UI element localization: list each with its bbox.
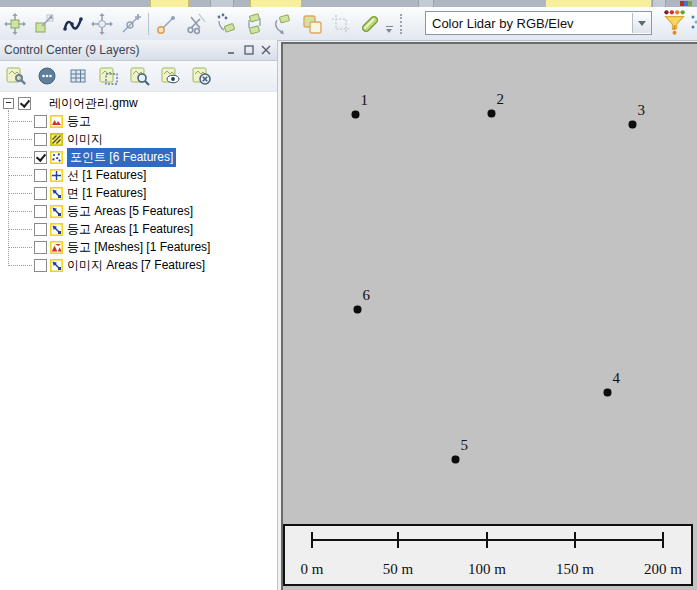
measure-pen-icon — [358, 12, 382, 36]
layer-row[interactable]: 등고 Areas [1 Features] — [0, 220, 277, 238]
lidar-filter-button[interactable] — [660, 8, 688, 36]
layer-row[interactable]: 선 [1 Features] — [0, 166, 277, 184]
layer-label[interactable]: 선 [1 Features] — [67, 167, 146, 184]
upper-dropdown-button[interactable] — [652, 0, 666, 7]
layer-checkbox[interactable] — [34, 151, 47, 164]
tree-connector — [8, 211, 32, 212]
rotate-area-tool-button[interactable] — [268, 10, 297, 38]
upper-dropdown-button[interactable] — [210, 0, 234, 7]
move-tool-button[interactable] — [0, 10, 29, 38]
layer-checkbox[interactable] — [34, 241, 47, 254]
layer-toolbar — [0, 61, 277, 92]
point-label: 3 — [638, 102, 646, 119]
upper-toolbar-strip — [0, 0, 697, 7]
layer-label[interactable]: 등고 Areas [1 Features] — [67, 221, 193, 238]
layer-row[interactable]: 등고 [Meshes] [1 Features] — [0, 238, 277, 256]
layer-row-root[interactable]: 레이어관리.gmw — [0, 94, 277, 112]
map-point-1[interactable]: 1 — [352, 111, 359, 118]
add-vertex-tool-button[interactable] — [116, 10, 145, 38]
upper-toolbar-icons-fragment — [680, 1, 692, 6]
layer-row-selected[interactable]: 포인트 [6 Features] — [0, 148, 277, 166]
map-point-4[interactable]: 4 — [604, 389, 611, 396]
tree-connector — [8, 193, 32, 194]
close-layer-button[interactable] — [190, 64, 214, 88]
measure-tool-button[interactable] — [355, 10, 384, 38]
close-button[interactable] — [258, 43, 273, 57]
layer-row[interactable]: 등고 Areas [5 Features] — [0, 202, 277, 220]
layer-checkbox[interactable] — [34, 259, 47, 272]
layer-row[interactable]: 이미지 — [0, 130, 277, 148]
upper-field-fragment[interactable] — [150, 0, 189, 7]
crop-tool-button[interactable] — [326, 10, 355, 38]
control-center-panel: Control Center (9 Layers) — [0, 40, 278, 590]
upper-field-fragment[interactable] — [250, 0, 302, 7]
edit-shape-tool-button[interactable] — [58, 10, 87, 38]
combobox-dropdown-arrow[interactable] — [632, 13, 651, 33]
link-areas-tool-button[interactable] — [239, 10, 268, 38]
maximize-button[interactable] — [241, 43, 256, 57]
point-marker-icon — [352, 111, 359, 118]
move-feature-tool-button[interactable] — [87, 10, 116, 38]
toolbar-overflow-chevron[interactable] — [384, 10, 396, 38]
layer-visibility-button[interactable] — [159, 64, 183, 88]
create-points-tool-button[interactable] — [210, 10, 239, 38]
layer-checkbox[interactable] — [34, 223, 47, 236]
zoom-to-layer-button[interactable] — [128, 64, 152, 88]
root-layer-checkbox[interactable] — [18, 97, 31, 110]
upper-dropdown-button[interactable] — [418, 0, 434, 7]
move-feature-icon — [90, 12, 114, 36]
minimize-button[interactable] — [224, 43, 239, 57]
layer-label[interactable]: 이미지 Areas [7 Features] — [67, 257, 205, 274]
layer-label[interactable]: 등고 Areas [5 Features] — [67, 203, 193, 220]
area-layer-icon — [50, 259, 63, 272]
layer-checkbox[interactable] — [34, 133, 47, 146]
line-layer-icon — [50, 169, 63, 182]
metadata-icon — [36, 65, 58, 87]
point-label: 5 — [461, 437, 469, 454]
layer-label[interactable]: 이미지 — [67, 131, 103, 148]
area-layer-icon — [50, 223, 63, 236]
layer-label[interactable]: 면 [1 Features] — [67, 185, 146, 202]
scale-label: 50 m — [383, 561, 413, 578]
select-layer-button[interactable] — [97, 64, 121, 88]
edit-vertex-tool-button[interactable] — [152, 10, 181, 38]
lidar-draw-mode-combobox[interactable]: Color Lidar by RGB/Elev — [425, 11, 652, 35]
layer-checkbox[interactable] — [34, 169, 47, 182]
layer-label[interactable]: 포인트 [6 Features] — [67, 148, 176, 167]
layer-row[interactable]: 면 [1 Features] — [0, 184, 277, 202]
point-marker-icon — [452, 456, 459, 463]
tree-connector — [8, 121, 32, 122]
upper-field-fragment[interactable] — [545, 0, 652, 7]
copy-areas-tool-button[interactable] — [297, 10, 326, 38]
panel-titlebar[interactable]: Control Center (9 Layers) — [0, 40, 277, 61]
layer-checkbox[interactable] — [34, 187, 47, 200]
move-icon — [3, 12, 27, 36]
scale-tool-button[interactable] — [29, 10, 58, 38]
layer-checkbox[interactable] — [34, 115, 47, 128]
split-feature-tool-button[interactable] — [181, 10, 210, 38]
map-point-5[interactable]: 5 — [452, 456, 459, 463]
layer-label[interactable]: 등고 [Meshes] [1 Features] — [67, 239, 210, 256]
layer-label[interactable]: 등고 — [67, 113, 91, 130]
layer-options-button[interactable] — [4, 64, 28, 88]
metadata-button[interactable] — [35, 64, 59, 88]
map-point-3[interactable]: 3 — [629, 121, 636, 128]
copy-areas-icon — [300, 12, 324, 36]
area-layer-icon — [50, 205, 63, 218]
scale-tick — [662, 532, 664, 548]
layer-checkbox[interactable] — [34, 205, 47, 218]
map-point-2[interactable]: 2 — [488, 110, 495, 117]
scale-tick — [574, 532, 576, 548]
toolbar-drag-grip[interactable] — [400, 14, 409, 34]
map-canvas[interactable]: 1 2 3 4 5 6 — [283, 44, 697, 590]
map-viewport[interactable]: 1 2 3 4 5 6 — [281, 42, 697, 590]
attribute-table-icon — [67, 65, 89, 87]
point-label: 4 — [613, 370, 621, 387]
root-layer-label[interactable]: 레이어관리.gmw — [49, 95, 138, 112]
attribute-table-button[interactable] — [66, 64, 90, 88]
collapse-expander-icon[interactable] — [3, 98, 14, 109]
layer-row[interactable]: 이미지 Areas [7 Features] — [0, 256, 277, 274]
layer-row[interactable]: 등고 — [0, 112, 277, 130]
map-point-6[interactable]: 6 — [354, 306, 361, 313]
point-label: 6 — [363, 287, 371, 304]
